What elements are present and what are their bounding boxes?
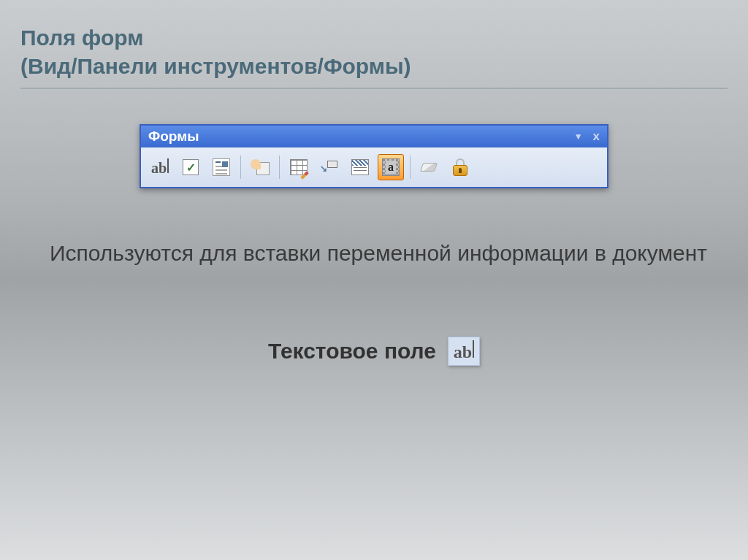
- shading-button[interactable]: [347, 154, 373, 180]
- title-line1: Поля форм: [20, 26, 143, 50]
- table-icon: [290, 159, 308, 175]
- slide-title: Поля форм (Вид/Панели инструментов/Формы…: [20, 23, 728, 80]
- reset-button[interactable]: [416, 154, 443, 180]
- insert-frame-button[interactable]: ↘: [316, 154, 343, 180]
- title-line2: (Вид/Панели инструментов/Формы): [20, 54, 411, 78]
- text-field-icon: ab: [151, 158, 169, 177]
- divider: [20, 88, 728, 89]
- lock-icon: [453, 158, 468, 176]
- toolbar-options-icon[interactable]: ▼: [574, 131, 583, 142]
- text-field-icon: ab: [454, 340, 474, 362]
- toolbar-body: ab ✓: [141, 147, 607, 187]
- close-icon[interactable]: x: [593, 129, 600, 144]
- form-field-shading-button[interactable]: a: [378, 154, 404, 180]
- caption-row: Текстовое поле ab: [0, 337, 748, 366]
- text-field-example-icon: ab: [448, 337, 480, 366]
- caption-label: Текстовое поле: [268, 339, 436, 364]
- eraser-icon: [420, 160, 439, 174]
- toolbar-container: Формы ▼ x ab ✓: [0, 124, 748, 188]
- properties-button[interactable]: [247, 154, 273, 180]
- dropdown-button[interactable]: [208, 154, 234, 180]
- forms-toolbar: Формы ▼ x ab ✓: [140, 124, 608, 188]
- slide-header: Поля форм (Вид/Панели инструментов/Формы…: [0, 0, 748, 89]
- checkbox-button[interactable]: ✓: [178, 154, 204, 180]
- separator: [279, 156, 280, 179]
- text-field-button[interactable]: ab: [147, 154, 173, 180]
- shading-icon: [351, 159, 369, 175]
- description-text: Используются для вставки переменной инфо…: [0, 237, 748, 269]
- toolbar-controls: ▼ x: [574, 129, 600, 144]
- highlight-icon: a: [382, 158, 400, 176]
- toolbar-titlebar[interactable]: Формы ▼ x: [141, 126, 607, 147]
- toolbar-title: Формы: [148, 129, 199, 145]
- checkbox-icon: ✓: [183, 159, 199, 175]
- protect-form-button[interactable]: [447, 154, 473, 180]
- separator: [410, 156, 411, 179]
- frame-icon: ↘: [320, 159, 339, 175]
- separator: [240, 156, 241, 179]
- draw-table-button[interactable]: [286, 154, 312, 180]
- properties-icon: [251, 159, 270, 175]
- dropdown-icon: [213, 158, 230, 176]
